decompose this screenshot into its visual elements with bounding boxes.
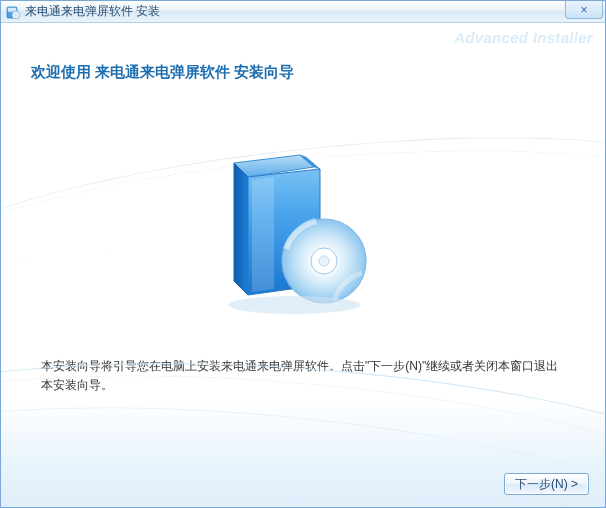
window-title: 来电通来电弹屏软件 安装 [25, 3, 160, 20]
software-box-with-disc-icon [204, 153, 384, 323]
titlebar: 来电通来电弹屏软件 安装 × [1, 1, 605, 23]
next-button[interactable]: 下一步(N) > [504, 473, 589, 495]
description-text: 本安装向导将引导您在电脑上安装来电通来电弹屏软件。点击"下一步(N)"继续或者关… [41, 357, 565, 395]
welcome-heading: 欢迎使用 来电通来电弹屏软件 安装向导 [31, 63, 294, 82]
wizard-body: Advanced Installer 欢迎使用 来电通来电弹屏软件 安装向导 [1, 23, 605, 508]
svg-marker-7 [252, 177, 274, 292]
next-button-label: 下一步(N) > [515, 476, 578, 493]
svg-point-11 [319, 256, 329, 266]
installer-box-icon [5, 4, 21, 20]
brand-watermark: Advanced Installer [454, 29, 593, 46]
svg-marker-5 [234, 163, 248, 295]
svg-point-12 [228, 296, 360, 314]
close-icon: × [580, 4, 587, 16]
close-button[interactable]: × [565, 1, 603, 19]
svg-point-3 [15, 13, 17, 15]
